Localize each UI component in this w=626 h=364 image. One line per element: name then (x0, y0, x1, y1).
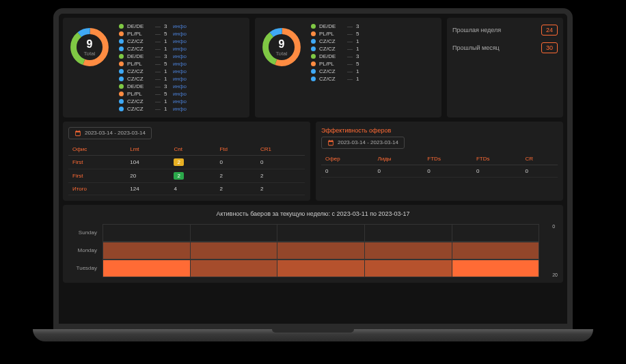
legend-dot (119, 76, 124, 81)
legend-item: DE/DE — 3 инфо (119, 53, 244, 59)
heatmap-day-label: Tuesday (68, 265, 103, 271)
heatmap-cell[interactable] (277, 260, 365, 277)
heatmap-cell[interactable] (191, 260, 278, 277)
info-link[interactable]: инфо (173, 23, 187, 29)
heatmap-cell[interactable] (103, 260, 191, 277)
heatmap-cell[interactable] (452, 225, 539, 241)
offers-title: Эффективность оферов (321, 127, 558, 134)
table-row[interactable]: First 104 2 0 0 (68, 155, 305, 169)
legend-item: PL/PL — 5 инфо (119, 61, 244, 67)
donut-1-label: Total (84, 50, 96, 56)
stat-prev-month: Прошлый месяц 30 (452, 41, 558, 55)
table-header: Офер (321, 153, 373, 165)
heatmap-cell[interactable] (103, 225, 191, 241)
calendar-icon (74, 130, 81, 137)
legend-label: PL/PL (319, 61, 344, 67)
cell: 2 (256, 169, 305, 182)
legend-item: CZ/CZ — 1 инфо (119, 98, 244, 104)
legend-dot (119, 24, 124, 29)
legend-label: CZ/CZ (127, 76, 152, 82)
cell: 20 (126, 169, 169, 182)
table-header: Офис (68, 143, 126, 156)
heatmap-scale: 0 20 (545, 224, 558, 277)
heatmap-title: Активность баеров за текущую неделю: с 2… (68, 210, 558, 217)
laptop-base (33, 329, 593, 341)
cell: 2 (169, 169, 215, 182)
table-row[interactable]: 00000 (321, 165, 558, 177)
info-link[interactable]: инфо (173, 31, 187, 37)
legend-label: CZ/CZ (127, 46, 152, 52)
offers-table: ОферЛидыFTDsFTDsCR 00000 (321, 153, 558, 178)
info-link[interactable]: инфо (173, 83, 187, 89)
table-row[interactable]: First 20 2 2 2 (68, 169, 305, 182)
offers-table-panel: Эффективность оферов 2023-03-14 - 2023-0… (316, 122, 563, 201)
legend-value: 1 (356, 68, 362, 74)
cell: 0 (256, 155, 305, 169)
legend-value: 5 (164, 31, 169, 37)
date-picker[interactable]: 2023-03-14 - 2023-03-14 (68, 127, 152, 139)
heatmap-cell[interactable] (452, 242, 539, 259)
info-link[interactable]: инфо (173, 61, 187, 67)
legend-label: PL/PL (127, 61, 152, 67)
heatmap-cell[interactable] (277, 242, 365, 259)
info-link[interactable]: инфо (173, 38, 187, 44)
info-link[interactable]: инфо (173, 68, 187, 74)
legend-label: CZ/CZ (319, 68, 344, 74)
heatmap-cell[interactable] (103, 242, 191, 259)
legend-value: 1 (356, 38, 362, 44)
legend-label: CZ/CZ (127, 106, 152, 112)
legend-item: DE/DE — 3 (311, 23, 436, 29)
heatmap-panel: Активность баеров за текущую неделю: с 2… (63, 205, 563, 283)
info-link[interactable]: инфо (173, 76, 187, 82)
info-link[interactable]: инфо (173, 91, 187, 97)
legend-value: 5 (356, 31, 362, 37)
date-range-text: 2023-03-14 - 2023-03-14 (85, 130, 146, 136)
legend-item: CZ/CZ — 1 инфо (119, 38, 244, 44)
heatmap-cell[interactable] (365, 242, 452, 259)
info-link[interactable]: инфо (173, 106, 187, 112)
table-header: CR1 (256, 143, 305, 156)
legend-dot (311, 61, 316, 66)
legend-label: DE/DE (127, 23, 152, 29)
info-link[interactable]: инфо (173, 98, 187, 104)
legend-dot (119, 61, 124, 66)
legend-item: CZ/CZ — 1 инфо (119, 106, 244, 112)
legend-value: 3 (164, 53, 169, 59)
heatmap-cell[interactable] (191, 225, 278, 241)
heatmap-cell[interactable] (191, 242, 278, 259)
legend-item: DE/DE — 3 инфо (119, 83, 244, 89)
legend-label: PL/PL (127, 31, 152, 37)
heatmap-cell[interactable] (365, 260, 452, 277)
heatmap-cell[interactable] (452, 260, 539, 277)
table-header: Lmt (126, 143, 169, 156)
legend-item: DE/DE — 3 (311, 53, 436, 59)
donut-chart-2: 9 Total (260, 23, 303, 112)
info-link[interactable]: инфо (173, 46, 187, 52)
stat-label: Прошлый месяц (452, 44, 500, 51)
info-link[interactable]: инфо (173, 53, 187, 59)
legend-dot (119, 31, 124, 36)
legend-dot (311, 46, 316, 51)
legend-dot (311, 76, 316, 81)
legend-dot (311, 24, 316, 29)
legend-value: 1 (164, 68, 169, 74)
heatmap-cell[interactable] (277, 225, 365, 241)
donut-panel-2: 9 Total DE/DE — 3 PL/PL — 5 CZ/CZ — 1 CZ… (255, 18, 441, 117)
stat-label: Прошлая неделя (452, 27, 501, 33)
legend-item: DE/DE — 3 инфо (119, 23, 244, 29)
legend-value: 3 (356, 53, 362, 59)
heatmap-cell[interactable] (365, 225, 452, 241)
donut-2-legend: DE/DE — 3 PL/PL — 5 CZ/CZ — 1 CZ/CZ — 1 … (311, 23, 436, 112)
legend-value: 1 (164, 76, 169, 82)
legend-value: 1 (164, 98, 169, 104)
legend-value: 1 (164, 46, 169, 52)
table-header: CR (521, 153, 558, 165)
legend-label: CZ/CZ (319, 76, 344, 82)
table-header: Cnt (169, 143, 215, 156)
legend-item: CZ/CZ — 1 (311, 46, 436, 52)
legend-value: 5 (164, 61, 169, 67)
date-picker[interactable]: 2023-03-14 - 2023-03-14 (321, 137, 405, 149)
heatmap-row: Monday (68, 242, 539, 260)
legend-value: 3 (164, 23, 169, 29)
laptop-screen: 9 Total DE/DE — 3 инфо PL/PL — 5 инфо CZ… (53, 8, 573, 329)
